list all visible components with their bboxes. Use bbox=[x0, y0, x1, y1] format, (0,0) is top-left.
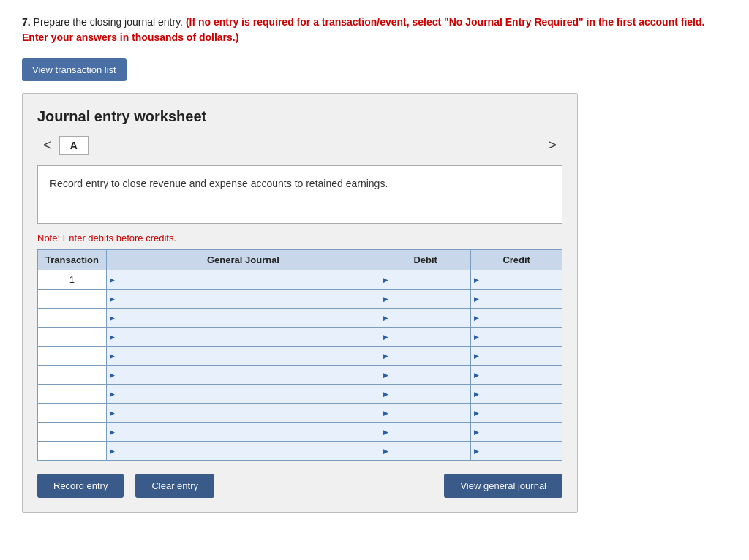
view-transaction-button[interactable]: View transaction list bbox=[22, 58, 127, 81]
journal-input[interactable] bbox=[107, 270, 380, 289]
credit-cell[interactable]: ▶ bbox=[471, 290, 562, 309]
credit-cell[interactable]: ▶ bbox=[471, 442, 562, 461]
debit-cell[interactable]: ▶ bbox=[380, 290, 471, 309]
journal-cell[interactable]: ▶ bbox=[106, 347, 380, 366]
debit-input[interactable] bbox=[380, 442, 470, 460]
credit-cell[interactable]: ▶ bbox=[471, 366, 562, 385]
debit-cell[interactable]: ▶ bbox=[380, 309, 471, 328]
journal-cell[interactable]: ▶ bbox=[106, 423, 380, 442]
credit-input[interactable] bbox=[471, 328, 562, 346]
credit-cell[interactable]: ▶ bbox=[471, 347, 562, 366]
worksheet-title: Journal entry worksheet bbox=[37, 108, 562, 125]
credit-input[interactable] bbox=[471, 290, 562, 308]
transaction-cell bbox=[38, 442, 107, 461]
credit-cell[interactable]: ▶ bbox=[471, 423, 562, 442]
buttons-row: Record entry Clear entry View general jo… bbox=[37, 474, 562, 498]
view-general-journal-button[interactable]: View general journal bbox=[444, 474, 562, 498]
table-row: ▶▶▶ bbox=[38, 442, 562, 461]
journal-cell[interactable]: ▶ bbox=[106, 270, 380, 290]
credit-input[interactable] bbox=[471, 366, 562, 384]
debit-input[interactable] bbox=[380, 309, 470, 327]
journal-cell[interactable]: ▶ bbox=[106, 385, 380, 404]
journal-input[interactable] bbox=[107, 328, 380, 346]
credit-input[interactable] bbox=[471, 442, 562, 460]
debit-cell[interactable]: ▶ bbox=[380, 270, 471, 290]
credit-input[interactable] bbox=[471, 385, 562, 403]
col-transaction: Transaction bbox=[38, 250, 107, 270]
table-row: ▶▶▶ bbox=[38, 423, 562, 442]
journal-cell[interactable]: ▶ bbox=[106, 290, 380, 309]
instruction-plain: Prepare the closing journal entry. bbox=[34, 16, 186, 28]
credit-cell[interactable]: ▶ bbox=[471, 385, 562, 404]
debit-cell[interactable]: ▶ bbox=[380, 366, 471, 385]
note-text: Note: Enter debits before credits. bbox=[37, 232, 562, 243]
credit-cell[interactable]: ▶ bbox=[471, 270, 562, 290]
transaction-cell bbox=[38, 290, 107, 309]
table-row: ▶▶▶ bbox=[38, 404, 562, 423]
col-debit: Debit bbox=[380, 250, 471, 270]
table-row: ▶▶▶ bbox=[38, 290, 562, 309]
table-row: ▶▶▶ bbox=[38, 347, 562, 366]
debit-cell[interactable]: ▶ bbox=[380, 385, 471, 404]
record-entry-button[interactable]: Record entry bbox=[37, 474, 124, 498]
table-row: ▶▶▶ bbox=[38, 328, 562, 347]
table-row: ▶▶▶ bbox=[38, 309, 562, 328]
table-row: ▶▶▶ bbox=[38, 385, 562, 404]
table-row: 1▶▶▶ bbox=[38, 270, 562, 290]
journal-cell[interactable]: ▶ bbox=[106, 442, 380, 461]
credit-cell[interactable]: ▶ bbox=[471, 328, 562, 347]
credit-cell[interactable]: ▶ bbox=[471, 404, 562, 423]
journal-cell[interactable]: ▶ bbox=[106, 309, 380, 328]
debit-input[interactable] bbox=[380, 290, 470, 308]
transaction-cell bbox=[38, 347, 107, 366]
journal-input[interactable] bbox=[107, 366, 380, 384]
col-general-journal: General Journal bbox=[106, 250, 380, 270]
journal-cell[interactable]: ▶ bbox=[106, 366, 380, 385]
col-credit: Credit bbox=[471, 250, 562, 270]
journal-input[interactable] bbox=[107, 442, 380, 460]
transaction-cell: 1 bbox=[38, 270, 107, 290]
debit-input[interactable] bbox=[380, 404, 470, 422]
journal-input[interactable] bbox=[107, 404, 380, 422]
credit-input[interactable] bbox=[471, 270, 562, 289]
tabs-row: < A > bbox=[37, 135, 562, 155]
credit-input[interactable] bbox=[471, 309, 562, 327]
transaction-cell bbox=[38, 328, 107, 347]
tab-a[interactable]: A bbox=[59, 136, 89, 155]
credit-cell[interactable]: ▶ bbox=[471, 309, 562, 328]
table-row: ▶▶▶ bbox=[38, 366, 562, 385]
worksheet-container: Journal entry worksheet < A > Record ent… bbox=[22, 93, 578, 513]
credit-input[interactable] bbox=[471, 404, 562, 422]
clear-entry-button[interactable]: Clear entry bbox=[135, 474, 214, 498]
debit-input[interactable] bbox=[380, 385, 470, 403]
debit-cell[interactable]: ▶ bbox=[380, 404, 471, 423]
transaction-cell bbox=[38, 309, 107, 328]
transaction-cell bbox=[38, 385, 107, 404]
tab-prev-button[interactable]: < bbox=[37, 135, 58, 155]
journal-input[interactable] bbox=[107, 385, 380, 403]
description-box: Record entry to close revenue and expens… bbox=[37, 165, 562, 224]
journal-cell[interactable]: ▶ bbox=[106, 404, 380, 423]
journal-input[interactable] bbox=[107, 309, 380, 327]
debit-cell[interactable]: ▶ bbox=[380, 423, 471, 442]
journal-input[interactable] bbox=[107, 290, 380, 308]
debit-input[interactable] bbox=[380, 347, 470, 365]
credit-input[interactable] bbox=[471, 347, 562, 365]
transaction-cell bbox=[38, 366, 107, 385]
journal-table: Transaction General Journal Debit Credit… bbox=[37, 249, 562, 461]
transaction-cell bbox=[38, 404, 107, 423]
journal-input[interactable] bbox=[107, 347, 380, 365]
debit-cell[interactable]: ▶ bbox=[380, 328, 471, 347]
tab-next-button[interactable]: > bbox=[542, 135, 562, 155]
credit-input[interactable] bbox=[471, 423, 562, 441]
debit-cell[interactable]: ▶ bbox=[380, 347, 471, 366]
debit-input[interactable] bbox=[380, 366, 470, 384]
journal-cell[interactable]: ▶ bbox=[106, 328, 380, 347]
debit-input[interactable] bbox=[380, 423, 470, 441]
instructions: 7. Prepare the closing journal entry. (I… bbox=[22, 15, 727, 45]
transaction-cell bbox=[38, 423, 107, 442]
debit-cell[interactable]: ▶ bbox=[380, 442, 471, 461]
journal-input[interactable] bbox=[107, 423, 380, 441]
debit-input[interactable] bbox=[380, 270, 470, 289]
debit-input[interactable] bbox=[380, 328, 470, 346]
